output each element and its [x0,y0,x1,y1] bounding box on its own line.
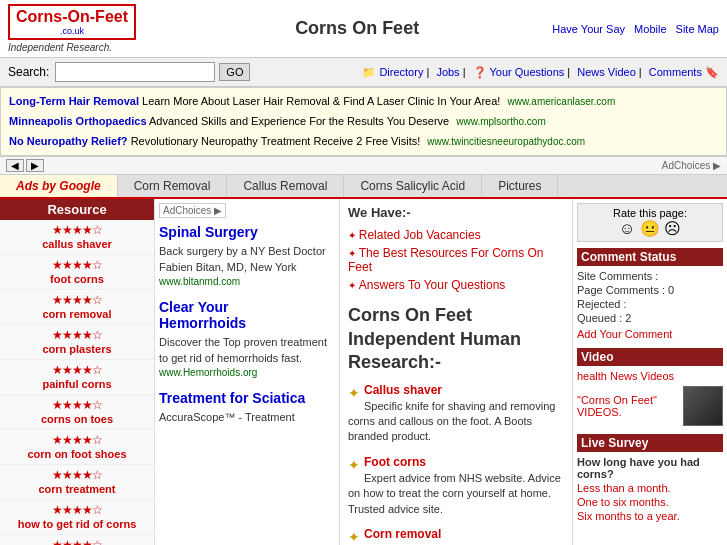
site-title: Corns On Feet [168,18,546,39]
survey-title: Live Survey [577,434,723,452]
directory-link[interactable]: 📁 Directory [362,66,423,78]
comments-link[interactable]: Comments 🔖 [649,66,719,78]
tab-callus-removal[interactable]: Callus Removal [227,175,344,197]
search-input[interactable] [55,62,215,82]
queued-value: 2 [625,312,631,324]
your-questions-link[interactable]: ❓ Your Questions [473,66,565,78]
sidebar-link-corn-plasters[interactable]: corn plasters [42,343,111,355]
ad-row-1: Long-Term Hair Removal Learn More About … [9,92,718,112]
health-news-videos-link[interactable]: health News Videos [577,370,723,382]
sun-icon-2: ✦ [348,457,360,473]
list-item: ★★★★☆ foot corns [0,255,154,290]
right-sidebar: Rate this page: ☺ 😐 ☹ Comment Status Sit… [572,199,727,545]
ad-heading-2[interactable]: Clear YourHemorrhoids [159,299,335,331]
callus-shaver-link[interactable]: Callus shaver [364,383,442,397]
corn-removal-link[interactable]: Corn removal [364,527,441,541]
ad-body-1: Back surgery by a NY Best Doctor Fabien … [159,244,335,275]
logo-independent: Independent Research. [8,42,168,53]
rating-stars: ★★★★☆ [2,503,152,517]
ad-url-inline-1: www.bitanmd.com [159,276,240,287]
ad-prev-button[interactable]: ◀ [6,159,24,172]
survey-option-2[interactable]: One to six months. [577,496,723,508]
rating-stars: ★★★★☆ [2,538,152,545]
tab-corns-salicylic[interactable]: Corns Salicylic Acid [344,175,482,197]
foot-corns-link[interactable]: Foot corns [364,455,426,469]
rating-stars: ★★★★☆ [2,398,152,412]
tab-ads-by-google[interactable]: Ads by Google [0,175,118,197]
ad-next-button[interactable]: ▶ [26,159,44,172]
rating-stars: ★★★★☆ [2,328,152,342]
ad-block-1: Spinal Surgery Back surgery by a NY Best… [159,224,335,287]
face-sad[interactable]: ☹ [664,220,681,237]
news-video-link[interactable]: News Video [577,66,636,78]
ad-row-2: Minneapolis Orthopaedics Advanced Skills… [9,112,718,132]
resource-item-1: ✦ Callus shaver Specific knife for shavi… [348,383,564,445]
site-map-link[interactable]: Site Map [676,23,719,35]
survey-question: How long have you had corns? [577,456,723,480]
ad-column: AdChoices ▶ Spinal Surgery Back surgery … [155,199,340,545]
ad-row-3: No Neuropathy Relief? Revolutionary Neur… [9,132,718,152]
list-item: ★★★★☆ corn plasters [0,325,154,360]
left-sidebar: Resource ★★★★☆ callus shaver ★★★★☆ foot … [0,199,155,545]
ad-choices-inline: AdChoices ▶ [159,203,226,218]
rating-stars: ★★★★☆ [2,433,152,447]
video-thumbnail [683,386,723,426]
ad-heading-1[interactable]: Spinal Surgery [159,224,335,240]
comment-status-section: Comment Status Site Comments : Page Comm… [577,248,723,340]
sidebar-link-corn-removal[interactable]: corn removal [42,308,111,320]
face-happy[interactable]: ☺ [619,220,635,237]
rejected-row: Rejected : [577,298,723,310]
search-label: Search: [8,65,49,79]
page-comments-value: 0 [668,284,674,296]
sidebar-link-foot-corns[interactable]: foot corns [50,273,104,285]
rate-bar: Rate this page: ☺ 😐 ☹ [577,203,723,242]
sidebar-title: Resource [0,199,154,220]
survey-option-3[interactable]: Six months to a year. [577,510,723,522]
sidebar-link-painful-corns[interactable]: painful corns [42,378,111,390]
sidebar-link-callus-shaver[interactable]: callus shaver [42,238,112,250]
comment-status-title: Comment Status [577,248,723,266]
list-item: Related Job Vacancies [348,226,564,244]
ad-url-2: www.mplsortho.com [456,116,545,127]
corns-videos-link[interactable]: "Corns On Feet" VIDEOS. [577,394,679,418]
tab-pictures[interactable]: Pictures [482,175,558,197]
page-comments-row: Page Comments : 0 [577,284,723,296]
rating-stars: ★★★★☆ [2,258,152,272]
jobs-link[interactable]: Jobs [436,66,459,78]
ad-body-2: Discover the Top proven treatment to get… [159,335,335,366]
site-comments-label: Site Comments : [577,270,658,282]
ad-text-1: Learn More About Laser Hair Removal & Fi… [142,95,500,107]
list-item: ★★★★☆ corn removal [0,290,154,325]
ad-title-1: Long-Term Hair Removal [9,95,139,107]
middle-section: AdChoices ▶ Spinal Surgery Back surgery … [155,199,572,545]
sun-icon-3: ✦ [348,529,360,545]
nav-sep4: | [639,66,645,78]
tab-corn-removal[interactable]: Corn Removal [118,175,228,197]
ad-block-3: Treatment for Sciatica AccuraScope™ - Tr… [159,390,335,425]
answers-questions-link[interactable]: Answers To Your Questions [359,278,506,292]
ad-heading-3[interactable]: Treatment for Sciatica [159,390,335,406]
sidebar-link-how-to-get-rid[interactable]: how to get rid of corns [18,518,137,530]
adchoices-label: AdChoices ▶ [662,160,721,171]
sidebar-link-corns-on-toes[interactable]: corns on toes [41,413,113,425]
sidebar-link-corn-on-foot-shoes[interactable]: corn on foot shoes [28,448,127,460]
logo-area: Corns-On-Feet .co.uk Independent Researc… [8,4,168,53]
related-jobs-link[interactable]: Related Job Vacancies [359,228,481,242]
ad-url-1: www.americanlaser.com [507,96,615,107]
survey-option-1[interactable]: Less than a month. [577,482,723,494]
add-comment-link[interactable]: Add Your Comment [577,328,723,340]
logo-text[interactable]: Corns-On-Feet [16,8,128,25]
list-item: Answers To Your Questions [348,276,564,294]
search-button[interactable]: GO [219,63,250,81]
list-item: ★★★★☆ callus shaver [0,220,154,255]
mobile-link[interactable]: Mobile [634,23,666,35]
best-resources-link[interactable]: The Best Resources For Corns On Feet [348,246,544,274]
resource-item-3: ✦ Corn removal Selection of well known b… [348,527,564,545]
list-item: ★★★★☆ corn on foot shoes [0,430,154,465]
rejected-label: Rejected : [577,298,627,310]
rating-stars: ★★★★☆ [2,223,152,237]
face-neutral[interactable]: 😐 [640,220,660,237]
have-your-say-link[interactable]: Have Your Say [552,23,625,35]
ad-nav: ◀ ▶ AdChoices ▶ [0,156,727,175]
sidebar-link-corn-treatment[interactable]: corn treatment [38,483,115,495]
